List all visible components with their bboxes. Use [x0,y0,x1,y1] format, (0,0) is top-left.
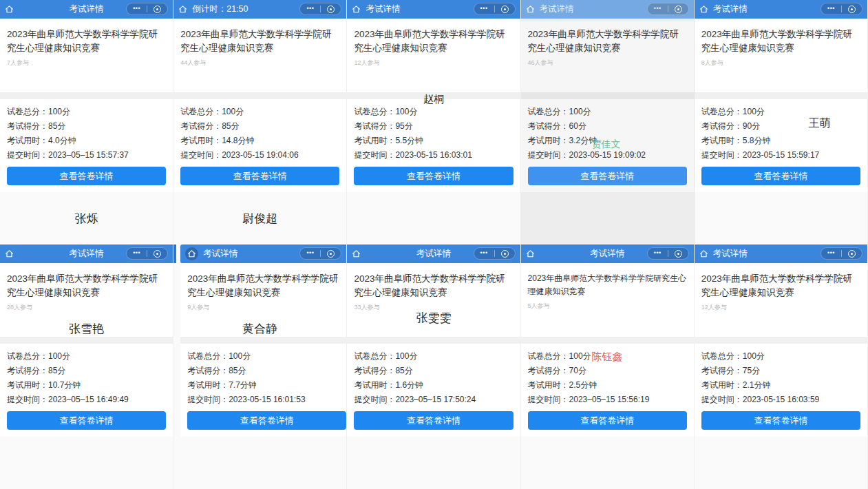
view-answer-details-button[interactable]: 查看答卷详情 [7,167,166,185]
capsule-divider [147,6,147,12]
minimize-icon[interactable] [501,250,509,258]
student-name-annotation: 黄合静 [173,321,346,337]
exam-title: 2023年曲阜师范大学数学科学学院研究生心理健康知识竞赛 [528,272,687,298]
capsule-divider [668,6,668,12]
capsule-divider [668,250,668,257]
participants-count: 7人参与 [7,59,166,67]
student-name-annotation: 尉俊超 [173,211,346,227]
phone-screenshot: 考试详情 ••• 2023年曲阜师范大学数学科学学院研究生心理健康知识竞赛 28… [0,244,173,489]
more-icon[interactable]: ••• [306,6,314,12]
info-row: 考试得分：85分 [354,365,513,376]
exam-title-card: 2023年曲阜师范大学数学科学学院研究生心理健康知识竞赛 12人参与 [695,266,867,337]
wechat-capsule: ••• [474,247,516,260]
view-answer-details-button[interactable]: 查看答卷详情 [7,411,166,430]
view-answer-details-button[interactable]: 查看答卷详情 [354,167,513,185]
exam-info-card: 试卷总分：100分考试得分：85分考试用时：10.7分钟提交时间：2023–05… [0,337,173,437]
exam-info-rows: 试卷总分：100分考试得分：60分考试用时：3.2分钟提交时间：2023-05-… [528,106,687,160]
student-name-annotation: 陈钰鑫 [592,351,623,364]
home-icon[interactable] [352,5,361,14]
participants-count: 12人参与 [354,59,513,67]
minimize-icon[interactable] [154,6,161,13]
participants-count: 44人参与 [180,59,339,67]
navbar: 考试详情 ••• [0,0,173,19]
info-row: 试卷总分：100分 [701,106,860,117]
home-icon[interactable] [185,247,198,260]
home-icon[interactable] [178,5,187,14]
info-row: 考试用时：14.8分钟 [180,135,339,146]
home-icon[interactable] [699,5,708,14]
exam-title: 2023年曲阜师范大学数学科学学院研究生心理健康知识竞赛 [7,28,166,55]
participants-count: 8人参与 [701,59,860,67]
view-answer-details-button[interactable]: 查看答卷详情 [701,411,860,430]
navbar: 考试详情 ••• [347,244,520,263]
screenshot-grid: 考试详情 ••• 2023年曲阜师范大学数学科学学院研究生心理健康知识竞赛 7人… [0,0,868,489]
exam-title-card: 2023年曲阜师范大学数学科学学院研究生心理健康知识竞赛 46人参与 [521,21,694,92]
home-icon[interactable] [526,249,535,258]
home-icon[interactable] [352,249,361,258]
wechat-capsule: ••• [821,247,862,260]
more-icon[interactable]: ••• [480,6,488,12]
phone-screenshot: 考试详情 ••• 2023年曲阜师范大学数学科学学院研究生心理健康知识竞赛 33… [347,244,520,489]
exam-info-rows: 试卷总分：100分考试得分：85分考试用时：4.0分钟提交时间：2023–05–… [7,106,166,160]
exam-title: 2023年曲阜师范大学数学科学学院研究生心理健康知识竞赛 [354,272,513,300]
student-name-annotation: 王萌 [809,116,831,131]
more-icon[interactable]: ••• [827,6,835,12]
exam-info-card: 试卷总分：100分考试得分：95分考试用时：5.5分钟提交时间：2023-05-… [347,92,520,192]
home-icon[interactable] [526,5,535,14]
wechat-capsule: ••• [647,247,689,260]
minimize-icon[interactable] [675,6,682,13]
home-icon[interactable] [5,5,14,14]
more-icon[interactable]: ••• [306,250,314,256]
more-icon[interactable]: ••• [827,250,835,256]
minimize-icon[interactable] [848,6,856,13]
exam-title: 2023年曲阜师范大学数学科学学院研究生心理健康知识竞赛 [7,272,166,300]
more-icon[interactable]: ••• [480,250,488,256]
home-icon[interactable] [699,249,708,258]
info-row: 考试得分：85分 [7,121,166,132]
minimize-icon[interactable] [154,250,161,258]
minimize-icon[interactable] [675,250,682,258]
view-answer-details-button[interactable]: 查看答卷详情 [528,167,687,185]
navbar-title: 倒计时：21:50 [192,3,248,15]
info-row: 考试得分：75分 [701,365,860,376]
info-row: 试卷总分：100分 [7,351,166,362]
view-answer-details-button[interactable]: 查看答卷详情 [180,167,339,185]
capsule-divider [320,6,321,12]
wechat-capsule: ••• [126,247,168,260]
more-icon[interactable]: ••• [654,6,661,12]
exam-title: 2023年曲阜师范大学数学科学学院研究生心理健康知识竞赛 [701,28,860,55]
info-row: 考试用时：2.1分钟 [701,379,860,391]
capsule-divider [494,250,495,257]
info-row: 考试得分：60分 [528,121,687,132]
view-answer-details-button[interactable]: 查看答卷详情 [528,411,687,430]
home-icon[interactable] [5,249,14,258]
exam-title-card: 2023年曲阜师范大学数学科学学院研究生心理健康知识竞赛 12人参与 [347,21,520,92]
info-row: 提交时间：2023-05-15 16:01:53 [187,394,346,405]
phone-screenshot: 考试详情 ••• 2023年曲阜师范大学数学科学学院研究生心理健康知识竞赛 9人… [173,244,347,489]
view-answer-details-button[interactable]: 查看答卷详情 [701,167,860,185]
wechat-capsule: ••• [474,3,516,15]
navbar: 考试详情 ••• [0,244,173,263]
minimize-icon[interactable] [501,6,509,13]
navbar: 考试详情 ••• [347,0,520,19]
info-row: 考试用时：5.5分钟 [354,135,513,146]
more-icon[interactable]: ••• [654,250,661,256]
view-answer-details-button[interactable]: 查看答卷详情 [354,411,513,430]
minimize-icon[interactable] [848,250,856,258]
exam-info-rows: 试卷总分：100分考试得分：85分考试用时：1.6分钟提交时间：2023–05–… [354,351,513,405]
exam-info-rows: 试卷总分：100分考试得分：75分考试用时：2.1分钟提交时间：2023-05-… [701,351,860,405]
exam-info-card: 试卷总分：100分考试得分：85分考试用时：1.6分钟提交时间：2023–05–… [347,337,520,437]
more-icon[interactable]: ••• [133,250,140,256]
capsule-divider [841,250,842,257]
phone-screenshot: 考试详情 ••• 2023年曲阜师范大学数学科学学院研究生心理健康知识竞赛 5人… [521,244,695,489]
minimize-icon[interactable] [327,250,335,258]
info-row: 考试用时：7.7分钟 [187,379,346,391]
info-row: 考试用时：1.6分钟 [354,379,513,391]
wechat-capsule: ••• [126,3,168,15]
participants-count: 5人参与 [528,302,687,311]
exam-title: 2023年曲阜师范大学数学科学学院研究生心理健康知识竞赛 [354,28,513,55]
minimize-icon[interactable] [327,6,335,13]
participants-count: 12人参与 [701,303,860,312]
more-icon[interactable]: ••• [133,6,140,12]
view-answer-details-button[interactable]: 查看答卷详情 [187,411,346,430]
